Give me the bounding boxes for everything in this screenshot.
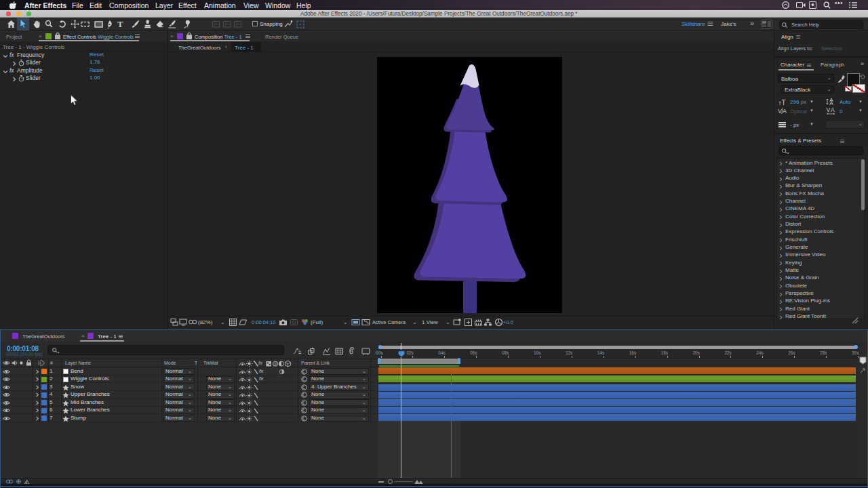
svg-text:A: A: [831, 106, 835, 113]
svg-text:T: T: [782, 99, 786, 106]
svg-text:V: V: [778, 108, 782, 115]
svg-text:A: A: [783, 108, 787, 115]
svg-text:V: V: [827, 106, 831, 113]
